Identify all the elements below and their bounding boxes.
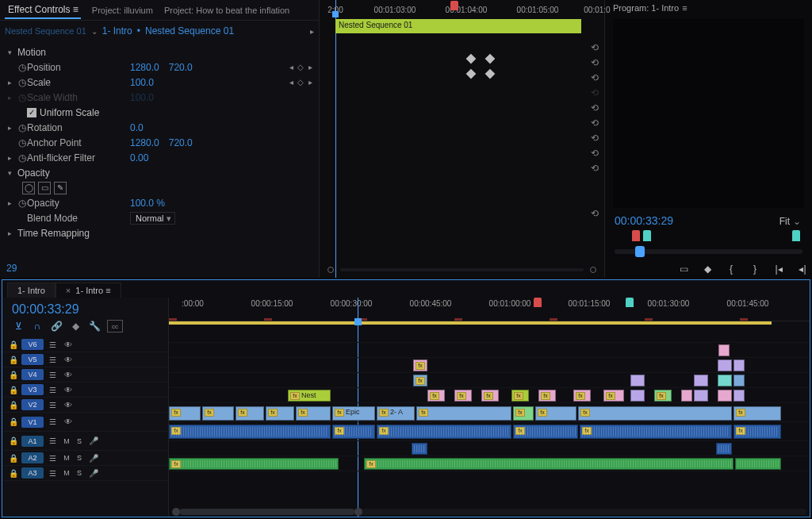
clip[interactable]: fx (535, 406, 576, 421)
reset-icon[interactable]: ⟲ (584, 130, 606, 145)
track-label[interactable]: A2 (21, 452, 44, 463)
program-scrubber[interactable] (615, 249, 802, 254)
clip[interactable] (694, 375, 708, 386)
position-y[interactable]: 720.0 (169, 62, 193, 73)
solo-toggle[interactable]: S (74, 454, 85, 462)
scale-value[interactable]: 100.0 (130, 77, 154, 88)
track-label[interactable]: V4 (21, 369, 44, 380)
audio-clip[interactable]: fx (169, 425, 331, 439)
clip[interactable] (681, 390, 692, 402)
audio-clip[interactable] (716, 443, 732, 455)
mute-toggle[interactable]: M (61, 437, 72, 445)
reset-icon[interactable]: ⟲ (584, 100, 606, 115)
safe-margins-icon[interactable]: ▭ (677, 263, 690, 275)
clip[interactable]: fx (266, 406, 294, 421)
snap-icon[interactable]: ⊻ (12, 320, 25, 333)
mini-scrollbar[interactable] (340, 268, 584, 271)
scrubber-thumb-icon[interactable] (635, 246, 645, 257)
twirl-icon[interactable]: ▾ (8, 169, 17, 177)
clip[interactable] (718, 359, 732, 371)
timeline-timecode[interactable]: 00:00:33:29 (2, 298, 168, 317)
wrench-icon[interactable]: 🔧 (88, 320, 101, 333)
clip[interactable]: fx (416, 406, 511, 421)
timeline-ruler[interactable]: :00:00 00:00:15:00 00:00:30:00 00:00:45:… (169, 298, 810, 321)
lock-icon[interactable]: 🔒 (7, 417, 20, 426)
track-header-v5[interactable]: 🔒V5☰👁 (2, 352, 168, 367)
keyframe-icon[interactable] (466, 69, 477, 79)
stopwatch-icon[interactable]: ◷ (17, 198, 27, 208)
sync-lock-icon[interactable]: ☰ (45, 401, 59, 409)
go-to-in-icon[interactable]: |◂ (772, 263, 785, 275)
mic-icon[interactable]: 🎤 (86, 469, 101, 478)
reset-icon[interactable]: ⟲ (584, 160, 606, 175)
prev-keyframe-icon[interactable]: ◂ (287, 63, 295, 71)
reset-icon[interactable]: ⟲ (584, 115, 606, 130)
track-header-v1[interactable]: 🔒V1☰👁 (2, 413, 168, 432)
mask-ellipse-icon[interactable]: ◯ (22, 182, 35, 194)
clip[interactable] (718, 375, 732, 386)
track-a3[interactable]: fx fx (169, 456, 810, 471)
project-bin-b[interactable]: Project: How to beat the inflation (164, 6, 289, 15)
zoom-handle-icon[interactable] (172, 508, 180, 516)
mute-toggle[interactable]: M (61, 454, 72, 462)
mini-clip[interactable]: Nested Sequence 01 (335, 19, 581, 33)
stopwatch-icon[interactable]: ◷ (17, 153, 27, 163)
track-header-v3[interactable]: 🔒V3☰👁 (2, 383, 168, 398)
sync-lock-icon[interactable]: ☰ (45, 454, 59, 463)
stopwatch-icon[interactable]: ◷ (17, 63, 27, 72)
marker-teal-icon[interactable] (626, 298, 634, 307)
track-v4[interactable]: fx (169, 358, 810, 373)
step-back-icon[interactable]: ◂| (796, 263, 809, 275)
position-x[interactable]: 1280.0 (130, 62, 159, 73)
clip[interactable]: fx (413, 359, 427, 371)
marker-red-icon[interactable] (632, 230, 640, 241)
clip-2a[interactable]: fx2- A (377, 406, 415, 421)
zoom-handle-icon[interactable] (590, 267, 596, 273)
timeline-tracks-area[interactable]: :00:00 00:00:15:00 00:00:30:00 00:00:45:… (169, 298, 810, 517)
sync-lock-icon[interactable]: ☰ (45, 371, 59, 379)
keyframe-icon[interactable] (485, 54, 496, 64)
track-a2[interactable] (169, 441, 810, 456)
track-label[interactable]: V5 (21, 354, 44, 365)
lock-icon[interactable]: 🔒 (7, 436, 20, 445)
mic-icon[interactable]: 🎤 (86, 436, 101, 445)
eye-icon[interactable]: 👁 (61, 386, 75, 394)
clip[interactable] (694, 390, 708, 402)
keyframe-icon[interactable] (466, 54, 477, 64)
opacity-value[interactable]: 100.0 % (130, 198, 165, 209)
program-monitor[interactable] (613, 19, 804, 208)
clip[interactable]: fx (236, 406, 264, 421)
clip[interactable]: fx (169, 406, 201, 421)
clip[interactable]: fx (454, 390, 472, 402)
program-timecode[interactable]: 00:00:33:29 (615, 214, 673, 227)
sync-lock-icon[interactable]: ☰ (45, 340, 59, 349)
track-header-a1[interactable]: 🔒A1☰MS🎤 (2, 432, 168, 451)
clip[interactable]: fx (296, 406, 331, 421)
audio-clip[interactable]: fx (169, 458, 339, 470)
eye-icon[interactable]: 👁 (61, 371, 75, 379)
prev-keyframe-icon[interactable]: ◂ (287, 79, 295, 86)
cc-icon[interactable]: cc (107, 320, 123, 333)
add-keyframe-icon[interactable]: ◇ (297, 63, 304, 71)
clip[interactable]: fx (654, 390, 672, 402)
chevron-down-icon[interactable]: ⌄ (91, 27, 98, 36)
timeline-tab-active[interactable]: ×1- Intro ≡ (56, 283, 121, 298)
next-keyframe-icon[interactable]: ▸ (306, 79, 314, 86)
reset-icon[interactable]: ⟲ (584, 206, 606, 221)
track-label[interactable]: A3 (21, 467, 44, 479)
clip[interactable]: fx (538, 390, 556, 402)
section-motion[interactable]: Motion (17, 47, 46, 58)
sync-lock-icon[interactable]: ☰ (45, 469, 59, 478)
zoom-handle-icon[interactable] (354, 508, 362, 516)
clip[interactable] (630, 390, 645, 402)
rotation-value[interactable]: 0.0 (130, 122, 144, 133)
antiflicker-value[interactable]: 0.00 (130, 152, 148, 163)
reset-icon[interactable]: ⟲ (584, 145, 606, 160)
marker-teal-icon[interactable] (792, 230, 800, 241)
eye-icon[interactable]: 👁 (61, 356, 75, 364)
sync-lock-icon[interactable]: ☰ (45, 356, 59, 364)
solo-toggle[interactable]: S (74, 469, 85, 477)
clip[interactable] (733, 390, 745, 402)
clip[interactable] (718, 390, 732, 402)
track-v5[interactable] (169, 343, 810, 358)
